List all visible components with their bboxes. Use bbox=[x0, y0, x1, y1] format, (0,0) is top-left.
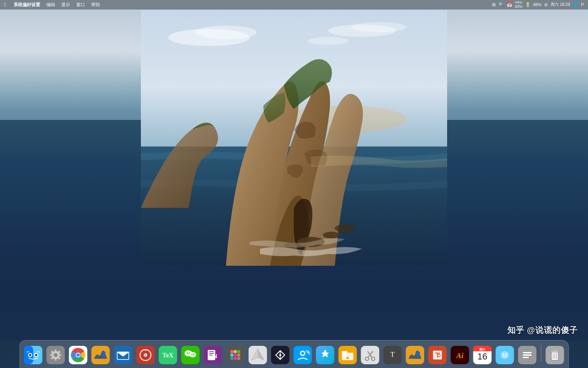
wifi-icon[interactable]: ⊜ bbox=[544, 2, 548, 7]
dock: TeX N bbox=[19, 340, 569, 368]
dock-calendar[interactable]: 周六 16 bbox=[472, 345, 493, 365]
dock-capcut[interactable] bbox=[270, 345, 291, 365]
dock-system-prefs[interactable] bbox=[46, 345, 66, 365]
dock-appstore[interactable] bbox=[315, 345, 336, 365]
dock-powerpoint[interactable] bbox=[427, 345, 448, 365]
svg-text:16: 16 bbox=[477, 351, 487, 362]
extra-icon[interactable]: P bbox=[581, 2, 584, 7]
memory-indicator: MEM 83% bbox=[515, 1, 522, 9]
menubar-left:  系统偏好设置 编辑 显示 窗口 帮助 bbox=[4, 2, 100, 8]
svg-text:T: T bbox=[390, 350, 395, 358]
dock-onenote[interactable]: N bbox=[203, 345, 223, 365]
svg-rect-23 bbox=[50, 354, 52, 356]
svg-point-58 bbox=[230, 350, 234, 353]
svg-rect-103 bbox=[523, 354, 532, 356]
island-artwork bbox=[141, 10, 447, 266]
svg-rect-102 bbox=[523, 352, 532, 353]
mission-control-icon[interactable]: ⊞ bbox=[492, 2, 496, 7]
svg-point-66 bbox=[237, 357, 241, 360]
svg-point-49 bbox=[191, 354, 193, 355]
svg-point-50 bbox=[193, 354, 195, 355]
svg-point-61 bbox=[230, 353, 234, 357]
dock-app1[interactable]: 12 bbox=[495, 345, 515, 365]
dock-texshop[interactable]: TeX bbox=[158, 345, 178, 365]
svg-point-4 bbox=[352, 22, 406, 32]
battery-icon: 🔋 bbox=[525, 2, 530, 7]
svg-point-71 bbox=[279, 354, 281, 356]
svg-point-47 bbox=[187, 352, 188, 354]
dock-chrome[interactable] bbox=[68, 345, 88, 365]
dock-trash[interactable] bbox=[545, 345, 565, 365]
dock-airmail[interactable] bbox=[248, 345, 268, 365]
menubar-app-name[interactable]: 系统偏好设置 bbox=[14, 2, 40, 8]
menubar-help[interactable]: 帮助 bbox=[91, 2, 100, 8]
svg-point-20 bbox=[54, 353, 58, 357]
dock-finder[interactable] bbox=[23, 345, 44, 365]
svg-point-46 bbox=[190, 352, 196, 357]
svg-point-60 bbox=[237, 350, 241, 353]
dock-typora[interactable]: T bbox=[382, 345, 403, 365]
battery-percent: 88% bbox=[533, 2, 541, 7]
desktop: 知乎 @说谎的傻子  系统偏好设置 编辑 显示 窗口 帮助 ⊞ 🔍 📅 MEM… bbox=[0, 0, 588, 368]
svg-point-16 bbox=[29, 354, 31, 356]
svg-point-17 bbox=[35, 354, 37, 356]
menubar-right: ⊞ 🔍 📅 MEM 83% 🔋 88% ⊜ 周六 16:29 🌐 P bbox=[492, 1, 584, 9]
svg-text:N: N bbox=[213, 353, 217, 359]
siri-icon[interactable]: 🌐 bbox=[573, 2, 578, 7]
dock-teamviewer[interactable] bbox=[293, 345, 313, 365]
svg-point-65 bbox=[234, 357, 237, 360]
apple-menu[interactable]:  bbox=[4, 2, 6, 8]
spotlight-icon[interactable]: 🔍 bbox=[499, 2, 504, 7]
svg-rect-104 bbox=[523, 357, 529, 358]
svg-rect-21 bbox=[55, 349, 56, 352]
svg-text:12: 12 bbox=[502, 352, 508, 358]
svg-text:TeX: TeX bbox=[163, 352, 173, 359]
dock-wechat[interactable] bbox=[180, 345, 201, 365]
svg-point-33 bbox=[77, 353, 80, 357]
svg-point-11 bbox=[335, 224, 355, 232]
watermark-text: 知乎 @说谎的傻子 bbox=[507, 325, 578, 336]
fantastical-icon[interactable]: 📅 bbox=[507, 2, 512, 7]
svg-point-63 bbox=[237, 353, 241, 357]
svg-point-64 bbox=[230, 357, 234, 360]
menubar:  系统偏好设置 编辑 显示 窗口 帮助 ⊞ 🔍 📅 MEM 83% 🔋 88%… bbox=[0, 0, 588, 10]
dock-foxmail[interactable] bbox=[113, 345, 133, 365]
svg-point-59 bbox=[234, 350, 237, 353]
svg-point-40 bbox=[145, 354, 146, 356]
dock-app2[interactable] bbox=[517, 345, 538, 365]
dock-matlab2[interactable] bbox=[405, 345, 425, 365]
svg-rect-24 bbox=[59, 354, 62, 356]
svg-text:Ai: Ai bbox=[456, 351, 464, 360]
dock-matlab[interactable] bbox=[91, 345, 111, 365]
svg-point-9 bbox=[323, 232, 340, 239]
menubar-edit[interactable]: 编辑 bbox=[46, 2, 55, 8]
svg-rect-22 bbox=[55, 358, 56, 361]
svg-point-62 bbox=[234, 353, 237, 357]
svg-rect-55 bbox=[209, 355, 213, 355]
dock-separator bbox=[541, 344, 541, 362]
svg-rect-108 bbox=[553, 350, 557, 351]
menubar-window[interactable]: 窗口 bbox=[76, 2, 85, 8]
svg-rect-53 bbox=[209, 351, 214, 352]
dock-launchpad[interactable] bbox=[225, 345, 246, 365]
dock-scissors[interactable] bbox=[360, 345, 380, 365]
menubar-display[interactable]: 显示 bbox=[61, 2, 70, 8]
svg-point-48 bbox=[189, 352, 190, 354]
svg-point-5 bbox=[308, 37, 348, 45]
svg-point-74 bbox=[301, 352, 304, 355]
datetime: 周六 16:29 bbox=[551, 2, 570, 7]
dock-netease-music[interactable] bbox=[135, 345, 156, 365]
svg-point-2 bbox=[195, 26, 257, 39]
watermark: 知乎 @说谎的傻子 bbox=[507, 325, 578, 336]
svg-rect-78 bbox=[342, 351, 347, 354]
dock-unfolder[interactable] bbox=[338, 345, 358, 365]
svg-text:周六: 周六 bbox=[479, 348, 486, 351]
dock-illustrator[interactable]: Ai bbox=[450, 345, 470, 365]
